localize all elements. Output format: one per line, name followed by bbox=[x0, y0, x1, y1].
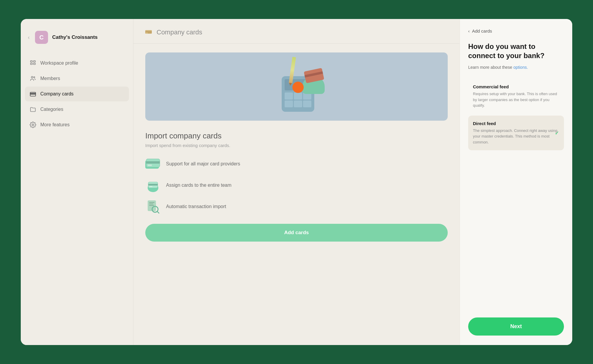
back-link-label: Add cards bbox=[472, 28, 492, 33]
svg-rect-22 bbox=[149, 202, 154, 203]
sidebar: ‹ C Cathy's Croissants Workspace profile bbox=[21, 19, 133, 345]
hand-cards-icon bbox=[145, 178, 161, 193]
sidebar-item-label: More features bbox=[40, 122, 70, 127]
workspace-name: Cathy's Croissants bbox=[52, 34, 98, 40]
commercial-feed-option[interactable]: Commercial feed Requires setup with your… bbox=[468, 79, 564, 114]
sidebar-item-more-features[interactable]: More features bbox=[25, 117, 129, 132]
sidebar-item-workspace-profile[interactable]: Workspace profile bbox=[25, 56, 129, 71]
svg-point-8 bbox=[32, 124, 34, 126]
feature-item-assign: Assign cards to the entire team bbox=[145, 178, 448, 193]
commercial-feed-title: Commercial feed bbox=[473, 84, 559, 89]
right-panel-subtitle: Learn more about these options. bbox=[468, 64, 564, 71]
right-panel-title: How do you want to connect to your bank? bbox=[468, 42, 564, 60]
svg-rect-2 bbox=[31, 63, 32, 65]
next-button[interactable]: Next bbox=[468, 317, 564, 336]
search-doc-icon bbox=[145, 199, 161, 214]
company-cards-header-icon bbox=[145, 29, 152, 36]
svg-rect-11 bbox=[145, 31, 152, 32]
svg-rect-24 bbox=[149, 205, 154, 206]
card-stack-icon bbox=[145, 156, 161, 172]
svg-point-5 bbox=[34, 77, 35, 78]
grid-icon bbox=[30, 60, 36, 66]
sidebar-header: ‹ C Cathy's Croissants bbox=[21, 31, 133, 56]
right-panel: ‹ Add cards How do you want to connect t… bbox=[460, 19, 572, 345]
svg-rect-3 bbox=[34, 63, 35, 65]
feature-list: Support for all major card providers Ass… bbox=[145, 156, 448, 214]
svg-rect-1 bbox=[34, 61, 35, 62]
direct-feed-title: Direct feed bbox=[473, 121, 559, 126]
app-window: ‹ C Cathy's Croissants Workspace profile bbox=[21, 19, 572, 345]
users-icon bbox=[30, 75, 36, 82]
svg-rect-15 bbox=[146, 161, 160, 164]
main-header-title: Company cards bbox=[157, 28, 202, 36]
gear-icon bbox=[30, 122, 36, 128]
feature-item-providers: Support for all major card providers bbox=[145, 156, 448, 172]
svg-rect-12 bbox=[146, 33, 148, 33]
sidebar-item-label: Members bbox=[40, 76, 60, 81]
import-subtitle: Import spend from existing company cards… bbox=[145, 143, 448, 148]
cards-icon bbox=[30, 91, 36, 97]
sidebar-item-company-cards[interactable]: Company cards bbox=[25, 87, 129, 101]
folder-icon bbox=[30, 106, 36, 113]
svg-rect-10 bbox=[146, 31, 152, 32]
feature-label-assign: Assign cards to the entire team bbox=[166, 183, 232, 188]
main-content: Company cards bbox=[133, 19, 460, 345]
sidebar-item-categories[interactable]: Categories bbox=[25, 102, 129, 117]
options-link[interactable]: options. bbox=[514, 65, 528, 70]
svg-rect-20 bbox=[149, 186, 152, 187]
sidebar-nav: Workspace profile Members Company car bbox=[21, 56, 133, 132]
selected-checkmark: ✓ bbox=[555, 130, 559, 136]
feature-item-import: Automatic transaction import bbox=[145, 199, 448, 214]
svg-line-26 bbox=[157, 211, 159, 213]
sidebar-item-members[interactable]: Members bbox=[25, 71, 129, 86]
main-header: Company cards bbox=[133, 19, 460, 44]
svg-rect-0 bbox=[31, 61, 32, 62]
direct-feed-option[interactable]: Direct feed The simplest approach. Conne… bbox=[468, 116, 564, 151]
svg-rect-7 bbox=[30, 93, 36, 94]
sidebar-item-label: Categories bbox=[40, 107, 63, 112]
add-cards-back-link[interactable]: ‹ Add cards bbox=[468, 28, 564, 33]
feature-label-providers: Support for all major card providers bbox=[166, 161, 240, 167]
sidebar-item-label: Company cards bbox=[40, 91, 74, 97]
notification-dot bbox=[292, 82, 304, 93]
sidebar-item-label: Workspace profile bbox=[40, 60, 78, 66]
add-cards-button[interactable]: Add cards bbox=[145, 224, 448, 242]
chevron-left-icon: ‹ bbox=[468, 28, 470, 33]
svg-rect-23 bbox=[149, 204, 153, 204]
svg-point-4 bbox=[31, 76, 33, 78]
workspace-avatar: C bbox=[35, 31, 48, 44]
import-section: Import company cards Import spend from e… bbox=[145, 131, 448, 242]
main-body: Import company cards Import spend from e… bbox=[133, 44, 460, 345]
svg-rect-19 bbox=[148, 184, 158, 186]
hero-image bbox=[145, 52, 448, 121]
commercial-feed-desc: Requires setup with your bank. This is o… bbox=[473, 91, 559, 108]
import-title: Import company cards bbox=[145, 131, 448, 141]
direct-feed-desc: The simplest approach. Connect right awa… bbox=[473, 128, 559, 145]
svg-rect-16 bbox=[148, 165, 152, 166]
back-button[interactable]: ‹ bbox=[27, 33, 31, 42]
feature-label-import: Automatic transaction import bbox=[166, 204, 226, 209]
